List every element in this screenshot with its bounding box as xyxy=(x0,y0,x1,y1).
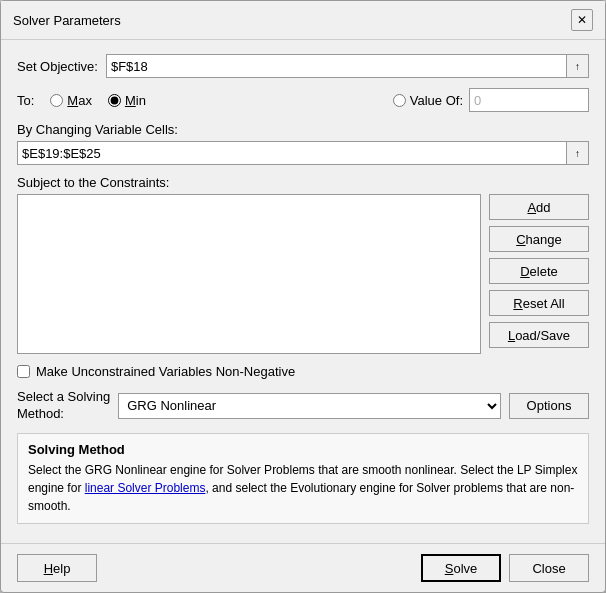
dialog-footer: Help Solve Close xyxy=(1,543,605,592)
to-label: To: xyxy=(17,93,34,108)
dialog-title: Solver Parameters xyxy=(13,13,121,28)
min-label: Min xyxy=(125,93,146,108)
set-objective-input[interactable] xyxy=(106,54,567,78)
change-button[interactable]: Change xyxy=(489,226,589,252)
solver-parameters-dialog: Solver Parameters ✕ Set Objective: ↑ To:… xyxy=(0,0,606,593)
changing-cells-input[interactable] xyxy=(17,141,567,165)
set-objective-arrow-button[interactable]: ↑ xyxy=(567,54,589,78)
set-objective-label: Set Objective: xyxy=(17,59,98,74)
value-of-label: Value Of: xyxy=(410,93,463,108)
close-dialog-button[interactable]: Close xyxy=(509,554,589,582)
to-row: To: Max Min Value Of: xyxy=(17,88,589,112)
footer-left: Help xyxy=(17,554,97,582)
solving-method-label: Select a SolvingMethod: xyxy=(17,389,110,423)
make-unconstrained-checkbox[interactable] xyxy=(17,365,30,378)
solving-info-text: Select the GRG Nonlinear engine for Solv… xyxy=(28,461,578,515)
min-radio[interactable] xyxy=(108,94,121,107)
value-of-input[interactable] xyxy=(469,88,589,112)
value-of-radio[interactable] xyxy=(393,94,406,107)
constraints-area: Add Change Delete Reset All Load/Save xyxy=(17,194,589,354)
max-label: Max xyxy=(67,93,92,108)
delete-button[interactable]: Delete xyxy=(489,258,589,284)
make-unconstrained-label: Make Unconstrained Variables Non-Negativ… xyxy=(36,364,295,379)
add-button[interactable]: Add xyxy=(489,194,589,220)
footer-right: Solve Close xyxy=(421,554,589,582)
reset-all-button[interactable]: Reset All xyxy=(489,290,589,316)
make-unconstrained-row: Make Unconstrained Variables Non-Negativ… xyxy=(17,364,589,379)
solving-info-link[interactable]: linear Solver Problems xyxy=(85,481,206,495)
max-radio-label[interactable]: Max xyxy=(50,93,92,108)
title-bar: Solver Parameters ✕ xyxy=(1,1,605,40)
solve-button[interactable]: Solve xyxy=(421,554,501,582)
constraints-buttons: Add Change Delete Reset All Load/Save xyxy=(489,194,589,354)
solving-info-title: Solving Method xyxy=(28,442,578,457)
set-objective-input-group: ↑ xyxy=(106,54,589,78)
solving-method-row: Select a SolvingMethod: GRG Nonlinear Si… xyxy=(17,389,589,423)
constraints-list[interactable] xyxy=(17,194,481,354)
max-radio[interactable] xyxy=(50,94,63,107)
changing-cells-input-group: ↑ xyxy=(17,141,589,165)
constraints-section: Subject to the Constraints: Add Change D… xyxy=(17,175,589,354)
close-button[interactable]: ✕ xyxy=(571,9,593,31)
min-radio-label[interactable]: Min xyxy=(108,93,146,108)
solving-info-box: Solving Method Select the GRG Nonlinear … xyxy=(17,433,589,524)
value-of-group: Value Of: xyxy=(393,88,589,112)
solving-method-select[interactable]: GRG Nonlinear Simplex LP Evolutionary xyxy=(118,393,501,419)
options-button[interactable]: Options xyxy=(509,393,589,419)
load-save-button[interactable]: Load/Save xyxy=(489,322,589,348)
changing-cells-arrow-button[interactable]: ↑ xyxy=(567,141,589,165)
set-objective-row: Set Objective: ↑ xyxy=(17,54,589,78)
value-of-radio-label[interactable]: Value Of: xyxy=(393,93,463,108)
changing-cells-section: By Changing Variable Cells: ↑ xyxy=(17,122,589,165)
help-button[interactable]: Help xyxy=(17,554,97,582)
constraints-label: Subject to the Constraints: xyxy=(17,175,589,190)
changing-cells-label: By Changing Variable Cells: xyxy=(17,122,589,137)
dialog-body: Set Objective: ↑ To: Max Min Value Of: xyxy=(1,40,605,543)
